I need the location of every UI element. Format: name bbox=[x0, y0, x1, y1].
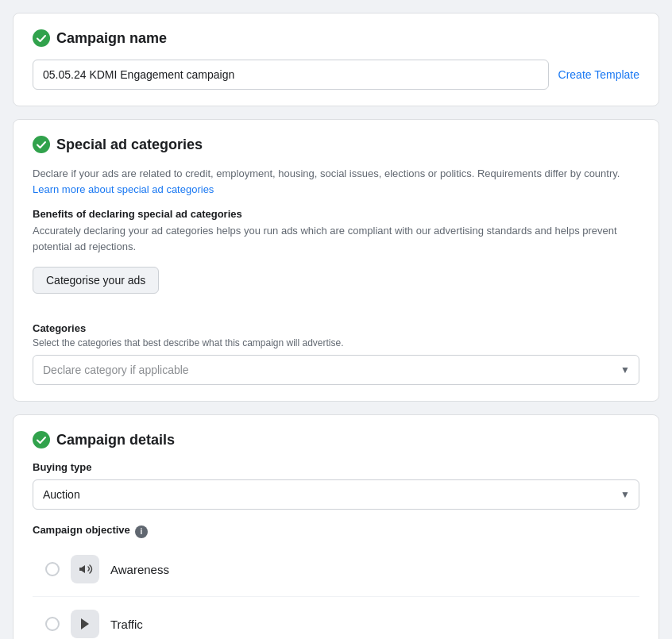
campaign-objective-row: Campaign objective i bbox=[33, 524, 639, 539]
awareness-icon bbox=[77, 561, 93, 577]
categories-label: Categories bbox=[33, 322, 639, 334]
campaign-name-row: Create Template bbox=[33, 60, 639, 90]
traffic-icon-box bbox=[71, 610, 99, 638]
objective-traffic[interactable]: Traffic bbox=[33, 600, 639, 639]
campaign-name-title: Campaign name bbox=[56, 30, 167, 47]
buying-type-select[interactable]: Auction bbox=[33, 479, 639, 510]
svg-point-2 bbox=[33, 431, 50, 448]
learn-more-link[interactable]: Learn more about special ad categories bbox=[33, 183, 214, 195]
objective-awareness[interactable]: Awareness bbox=[33, 545, 639, 593]
categories-section: Categories Select the categories that be… bbox=[33, 322, 639, 385]
special-ad-header: Special ad categories bbox=[33, 136, 639, 153]
buying-type-label: Buying type bbox=[33, 461, 639, 473]
special-ad-title: Special ad categories bbox=[56, 137, 203, 153]
svg-marker-3 bbox=[81, 618, 89, 629]
campaign-objective-label: Campaign objective bbox=[33, 524, 130, 536]
categories-sublabel: Select the categories that best describe… bbox=[33, 337, 639, 348]
benefits-text: Accurately declaring your ad categories … bbox=[33, 223, 639, 254]
divider-1 bbox=[33, 596, 639, 597]
campaign-name-input[interactable] bbox=[33, 60, 549, 90]
buying-type-select-wrapper: Auction ▼ bbox=[33, 479, 639, 510]
campaign-name-card: Campaign name Create Template bbox=[13, 13, 659, 106]
special-ad-categories-card: Special ad categories Declare if your ad… bbox=[13, 119, 659, 402]
awareness-label: Awareness bbox=[110, 563, 169, 576]
categorise-ads-button[interactable]: Categorise your ads bbox=[33, 267, 159, 294]
traffic-icon bbox=[77, 616, 93, 632]
info-icon[interactable]: i bbox=[135, 525, 148, 538]
awareness-icon-box bbox=[71, 555, 99, 583]
check-circle-icon-2 bbox=[33, 136, 50, 153]
svg-point-1 bbox=[33, 136, 50, 153]
campaign-details-card: Campaign details Buying type Auction ▼ C… bbox=[13, 414, 659, 639]
radio-traffic[interactable] bbox=[45, 617, 60, 631]
radio-awareness[interactable] bbox=[45, 562, 60, 576]
check-circle-icon-3 bbox=[33, 431, 50, 448]
categories-select[interactable]: Declare category if applicable bbox=[33, 355, 639, 385]
categories-select-wrapper: Declare category if applicable ▼ bbox=[33, 355, 639, 385]
traffic-label: Traffic bbox=[110, 618, 143, 631]
special-ad-description: Declare if your ads are related to credi… bbox=[33, 166, 639, 197]
create-template-link[interactable]: Create Template bbox=[558, 68, 639, 81]
campaign-details-header: Campaign details bbox=[33, 431, 639, 448]
campaign-name-header: Campaign name bbox=[33, 29, 639, 47]
check-circle-icon bbox=[33, 29, 50, 47]
svg-point-0 bbox=[33, 29, 50, 47]
campaign-details-title: Campaign details bbox=[56, 432, 175, 448]
benefits-title: Benefits of declaring special ad categor… bbox=[33, 208, 639, 220]
